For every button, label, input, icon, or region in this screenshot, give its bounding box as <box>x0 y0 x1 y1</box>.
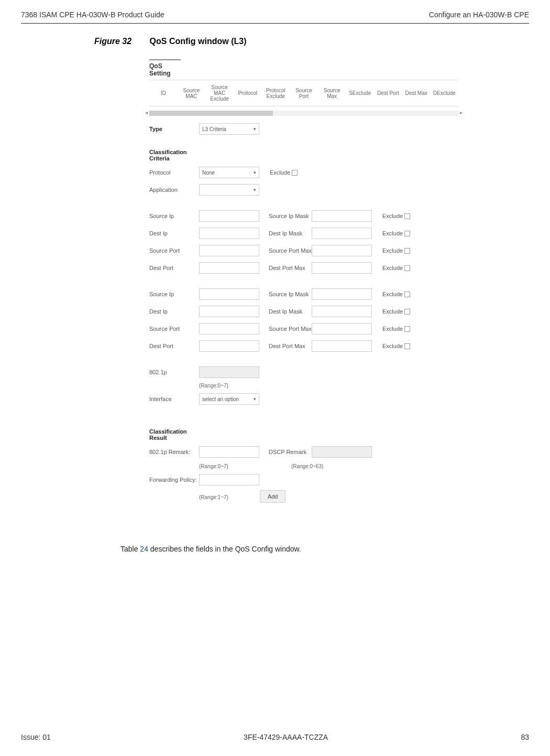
dscp-remark-input[interactable] <box>312 446 372 458</box>
dest-ip-mask-label-1: Dest Ip Mask <box>259 230 312 236</box>
application-label: Application <box>149 187 199 193</box>
col-protocol-exclude: Protocol Exclude <box>262 87 290 100</box>
dest-port-max-label-1: Dest Port Max <box>259 265 312 271</box>
application-select[interactable] <box>199 184 259 196</box>
source-port-max-input-1[interactable] <box>312 245 372 256</box>
dest-port-exclude-label-1: Exclude <box>372 265 403 271</box>
source-ip-input-2[interactable] <box>199 288 259 300</box>
col-sexclude: SExclude <box>346 89 374 97</box>
horizontal-scrollbar[interactable]: ◂ ▸ <box>149 111 458 116</box>
col-source-port: Source Port <box>290 87 318 100</box>
source-port-exclude-label-1: Exclude <box>372 247 403 254</box>
source-ip-mask-label-2: Source Ip Mask <box>259 291 312 297</box>
dest-ip-mask-input-1[interactable] <box>312 228 372 239</box>
body-caption: Table 24 describes the fields in the QoS… <box>21 545 529 553</box>
source-port-exclude-checkbox-2[interactable] <box>404 326 410 332</box>
dest-ip-exclude-label-2: Exclude <box>372 308 403 315</box>
dest-port-label-1: Dest Port <box>149 265 199 271</box>
8021p-input[interactable] <box>199 366 259 378</box>
figure-label: Figure 32 <box>94 37 131 46</box>
header-rule <box>21 23 529 24</box>
source-ip-mask-input-2[interactable] <box>312 288 372 300</box>
source-port-max-label-2: Source Port Max <box>259 326 312 332</box>
forwarding-policy-label: Forwarding Policy: <box>149 477 199 483</box>
dest-port-max-input-1[interactable] <box>312 262 372 274</box>
dest-ip-input-2[interactable] <box>199 306 259 317</box>
dscp-remark-label: DSCP Remark <box>259 449 312 455</box>
source-port-max-input-2[interactable] <box>312 323 372 334</box>
classification-criteria-label: Classification Criteria <box>149 149 199 161</box>
dest-ip-label-1: Dest Ip <box>149 230 199 236</box>
source-ip-label-1: Source Ip <box>149 213 199 219</box>
source-ip-label-2: Source Ip <box>149 291 199 297</box>
type-label: Type <box>149 126 199 132</box>
source-port-input-1[interactable] <box>199 245 259 256</box>
source-port-label-2: Source Port <box>149 326 199 332</box>
source-port-exclude-label-2: Exclude <box>372 326 403 332</box>
header-left: 7368 ISAM CPE HA-030W-B Product Guide <box>21 10 164 19</box>
8021p-range: (Range:0~7) <box>199 383 458 388</box>
col-dest-port: Dest Port <box>374 89 402 97</box>
footer-issue: Issue: 01 <box>21 733 51 741</box>
source-ip-input-1[interactable] <box>199 210 259 222</box>
protocol-exclude-label: Exclude <box>259 169 290 176</box>
source-ip-mask-label-1: Source Ip Mask <box>259 213 312 219</box>
col-dexclude: DExclude <box>430 89 458 97</box>
dest-port-label-2: Dest Port <box>149 343 199 349</box>
dest-ip-exclude-label-1: Exclude <box>372 230 403 236</box>
figure-text: QoS Config window (L3) <box>150 37 247 46</box>
source-port-exclude-checkbox-1[interactable] <box>404 248 410 254</box>
dest-ip-input-1[interactable] <box>199 228 259 239</box>
8021p-label: 802.1p <box>149 369 199 375</box>
table-ref-link[interactable]: 24 <box>140 545 148 553</box>
scroll-right-icon[interactable]: ▸ <box>460 110 463 115</box>
qos-setting-heading: QoS Setting <box>149 59 181 77</box>
source-ip-mask-input-1[interactable] <box>312 210 372 222</box>
source-port-max-label-1: Source Port Max <box>259 247 312 254</box>
source-port-input-2[interactable] <box>199 323 259 334</box>
source-ip-exclude-checkbox-1[interactable] <box>404 213 410 219</box>
forwarding-policy-input[interactable] <box>199 474 259 485</box>
caption-suffix: describes the fields in the QoS Config w… <box>148 545 301 553</box>
interface-select[interactable]: select an option <box>199 393 259 405</box>
col-id: ID <box>149 89 178 97</box>
8021p-remark-input[interactable] <box>199 446 259 458</box>
dest-port-max-label-2: Dest Port Max <box>259 343 312 349</box>
dest-port-exclude-checkbox-1[interactable] <box>404 265 410 271</box>
forwarding-policy-range: (Range:1~7) <box>199 494 228 500</box>
dest-port-input-1[interactable] <box>199 262 259 274</box>
classification-result-label: Classification Result <box>149 428 199 441</box>
col-dest-max: Dest Max <box>402 89 431 97</box>
interface-label: Interface <box>149 396 199 402</box>
dest-ip-mask-input-2[interactable] <box>312 306 372 317</box>
type-select[interactable]: L3 Criteria <box>199 123 259 135</box>
8021p-remark-label: 802.1p Remark: <box>149 449 199 455</box>
source-ip-exclude-checkbox-2[interactable] <box>404 291 410 297</box>
protocol-label: Protocol <box>149 169 199 176</box>
dest-port-input-2[interactable] <box>199 340 259 352</box>
dest-ip-label-2: Dest Ip <box>149 308 199 315</box>
dest-port-exclude-label-2: Exclude <box>372 343 403 349</box>
dest-ip-mask-label-2: Dest Ip Mask <box>259 308 312 315</box>
col-source-mac: Source MAC <box>178 87 206 100</box>
protocol-exclude-checkbox[interactable] <box>292 170 298 176</box>
qos-config-screenshot: QoS Setting ID Source MAC Source MAC Exc… <box>141 54 466 513</box>
protocol-select[interactable]: None <box>199 167 259 178</box>
figure-title-row: Figure 32 QoS Config window (L3) <box>21 37 529 46</box>
dest-ip-exclude-checkbox-2[interactable] <box>404 309 410 315</box>
col-source-mac-exclude: Source MAC Exclude <box>205 83 234 103</box>
footer-page: 83 <box>521 733 529 741</box>
source-ip-exclude-label-2: Exclude <box>372 291 403 297</box>
add-button[interactable]: Add <box>260 490 286 503</box>
scroll-left-icon[interactable]: ◂ <box>145 110 148 115</box>
header-right: Configure an HA-030W-B CPE <box>429 10 529 19</box>
qos-table-header: ID Source MAC Source MAC Exclude Protoco… <box>149 80 458 106</box>
dest-ip-exclude-checkbox-1[interactable] <box>404 231 410 236</box>
source-port-label-1: Source Port <box>149 247 199 254</box>
dest-port-max-input-2[interactable] <box>312 340 372 352</box>
source-ip-exclude-label-1: Exclude <box>372 213 403 219</box>
caption-prefix: Table <box>120 545 140 553</box>
dest-port-exclude-checkbox-2[interactable] <box>404 343 410 349</box>
8021p-remark-range: (Range:0~7) <box>199 463 228 469</box>
footer-docnum: 3FE-47429-AAAA-TCZZA <box>244 733 328 741</box>
